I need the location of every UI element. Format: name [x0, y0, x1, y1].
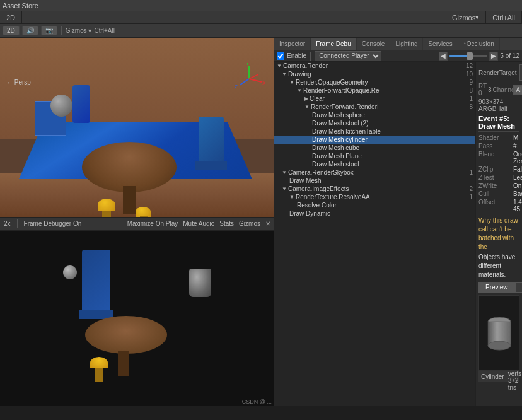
tree-skybox[interactable]: ▼ Camera.RenderSkybox 1 — [274, 168, 475, 177]
step-slider[interactable] — [450, 55, 487, 57]
prop-key: ZWrite — [478, 182, 513, 189]
viewport-bottom[interactable]: CSDN @ ... — [0, 230, 274, 406]
maximize-btn[interactable]: Maximize On Play — [127, 220, 178, 227]
tab-inspector[interactable]: Inspector — [274, 38, 311, 50]
prop-val: 1.401298E-45, 0 — [513, 199, 522, 213]
tree-item-count: 1 — [469, 194, 473, 201]
obj-cylinder-blue — [72, 85, 90, 123]
obj-stool-2 — [136, 207, 151, 217]
stats-btn[interactable]: Stats — [219, 220, 234, 227]
connected-player-select[interactable]: Connected Player — [315, 51, 381, 61]
prop-zclip: ZClip False — [478, 166, 519, 173]
rt-val: 3 — [488, 86, 492, 93]
close-debugger[interactable]: ✕ — [265, 220, 270, 227]
tree-item-label: Draw Mesh sphere — [312, 112, 365, 119]
step-slider-thumb — [467, 52, 473, 60]
channels-label: Channels — [493, 86, 512, 93]
prop-val: On — [513, 182, 521, 189]
toolbar-sound[interactable]: 🔊 — [22, 26, 38, 35]
tree-render-opaque[interactable]: ▼ Render.OpaqueGeometry 9 — [274, 78, 475, 86]
preview-tab-shader[interactable]: ShaderProperties — [515, 282, 522, 293]
tree-draw-kitchen[interactable]: Draw Mesh kitchenTable — [274, 127, 475, 136]
sep2 — [310, 52, 311, 61]
tree-camera-render[interactable]: ▼ Camera.Render 12 — [274, 62, 475, 70]
tree-item-count: 8 — [469, 103, 473, 110]
tree-item-label: Clear — [310, 95, 325, 102]
svg-text:Y: Y — [246, 63, 250, 66]
menu-bar: Asset Store — [0, 0, 522, 11]
tree-draw-plane[interactable]: Draw Mesh Plane — [274, 152, 475, 160]
axes-gizmo: X Y Z — [233, 63, 265, 95]
tree-draw-cube[interactable]: Draw Mesh cube — [274, 144, 475, 152]
expand-icon: ▼ — [282, 170, 287, 175]
left-panel: X Y Z ← Persp — [0, 38, 274, 406]
tab-lighting[interactable]: Lighting — [390, 38, 423, 50]
obj-stool-1 — [98, 199, 115, 211]
main-layout: X Y Z ← Persp — [0, 38, 522, 406]
expand-icon: ▼ — [282, 71, 287, 77]
tree-item-count: 1 — [469, 95, 473, 102]
bottom-sphere — [63, 265, 77, 279]
tree-draw-cylinder[interactable]: Draw Mesh cylinder — [274, 136, 475, 144]
bottom-table — [85, 316, 167, 354]
toolbar-separator — [61, 26, 62, 35]
step-prev-btn[interactable]: ◀ — [439, 52, 448, 61]
tree-resolve-aa[interactable]: ▼ RenderTexture.ResolveAA 1 — [274, 193, 475, 201]
render-target-label: RenderTarget — [478, 69, 517, 76]
tab-ctrall[interactable]: Ctrl+All — [486, 11, 522, 23]
tab-console[interactable]: Console — [357, 38, 391, 50]
step-next-btn[interactable]: ▶ — [489, 52, 498, 61]
tree-draw-stool2[interactable]: Draw Mesh stool (2) — [274, 119, 475, 127]
preview-tab-preview[interactable]: Preview — [478, 282, 515, 293]
tree-item-label: Draw Mesh stool — [312, 161, 359, 168]
mute-audio-btn[interactable]: Mute Audio — [183, 220, 214, 227]
step-slider-fill — [450, 55, 468, 57]
svg-line-0 — [249, 79, 262, 82]
obj-table — [82, 142, 177, 192]
tree-draw-sphere[interactable]: Draw Mesh sphere — [274, 111, 475, 119]
obj-name: Cylinder — [481, 373, 504, 380]
tree-item-label: Camera.RenderSkybox — [288, 169, 354, 176]
tab-frame-debugger[interactable]: Frame Debu — [311, 38, 357, 50]
bottom-chair-back — [82, 250, 110, 313]
enable-checkbox[interactable] — [277, 52, 284, 60]
tree-item-label: Draw Mesh kitchenTable — [312, 128, 381, 135]
channel-all[interactable]: All — [513, 85, 522, 95]
enable-label: Enable — [287, 52, 306, 59]
gizmos-btn[interactable]: Gizmos — [239, 220, 260, 227]
tree-item-label: Resolve Color — [297, 202, 337, 209]
tree-draw-dynamic[interactable]: Draw Dynamic — [274, 209, 475, 218]
prop-val: One Zero — [513, 151, 522, 165]
menu-asset-store[interactable]: Asset Store — [3, 2, 38, 9]
tree-draw-mesh[interactable]: Draw Mesh — [274, 177, 475, 185]
tree-image-effects[interactable]: ▼ Camera.ImageEffects 2 — [274, 185, 475, 193]
right-content: ▼ Camera.Render 12 ▼ Drawing 10 ▼ Render… — [274, 62, 522, 406]
tree-item-count: 1 — [469, 169, 473, 176]
tab-2d[interactable]: 2D — [0, 11, 22, 23]
tree-item-label: Render.OpaqueGeometry — [296, 79, 368, 86]
fd-tree[interactable]: ▼ Camera.Render 12 ▼ Drawing 10 ▼ Render… — [274, 62, 476, 406]
toolbar-camera[interactable]: 📷 — [41, 26, 57, 35]
tab-occlusion[interactable]: ↑Occlusion — [458, 38, 500, 50]
tree-render-forward-opaque[interactable]: ▼ RenderForwardOpaque.Re 8 — [274, 86, 475, 95]
tab-gizmos-toggle[interactable]: Gizmos ▾ — [446, 11, 486, 23]
preview-tabs: Preview ShaderProperties — [478, 282, 519, 293]
svg-point-9 — [488, 341, 511, 350]
tree-render-forward-renderl[interactable]: ▼ RenderForward.RenderI 8 — [274, 103, 475, 111]
viewport-bottombar: 2x Frame Debugger On Maximize On Play Mu… — [0, 217, 274, 230]
expand-icon: ▼ — [282, 186, 287, 192]
tree-clear[interactable]: ▶ Clear 1 — [274, 95, 475, 103]
toolbar-2d[interactable]: 2D — [3, 26, 20, 35]
enable-row: Enable Connected Player ◀ ▶ 5 of 12 — [274, 50, 522, 62]
tree-draw-stool1[interactable]: Draw Mesh stool — [274, 160, 475, 168]
svg-line-6 — [249, 74, 258, 79]
prop-val: LessEqual — [513, 174, 522, 181]
tree-item-label: Draw Mesh cube — [312, 144, 359, 151]
obj-chair-back — [199, 117, 224, 167]
viewport-3d[interactable]: X Y Z ← Persp — [0, 38, 274, 217]
obj-chair-seat — [195, 161, 227, 170]
tree-drawing[interactable]: ▼ Drawing 10 — [274, 70, 475, 78]
tab-services[interactable]: Services — [423, 38, 458, 50]
tree-item-count: 9 — [469, 79, 473, 86]
tree-resolve-color[interactable]: Resolve Color — [274, 201, 475, 209]
